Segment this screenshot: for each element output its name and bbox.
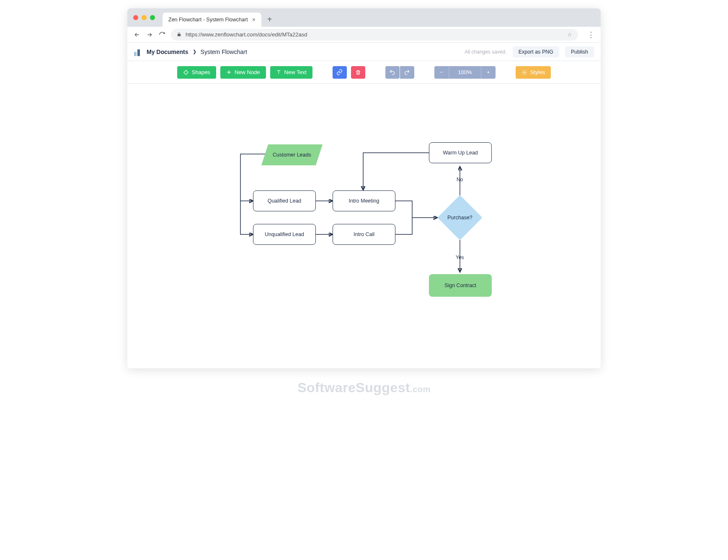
close-window-icon[interactable] [133,15,138,20]
node-sign-contract[interactable]: Sign Contract [429,274,492,297]
maximize-window-icon[interactable] [150,15,155,20]
new-text-button[interactable]: New Text [270,66,312,79]
browser-menu-icon[interactable]: ⋮ [587,30,595,39]
editor-toolbar: Shapes New Node New Text − 100% + [127,61,601,84]
flowchart-canvas[interactable]: Customer Leads Qualified Lead Unqualifie… [127,84,601,368]
zoom-control: − 100% + [434,66,496,79]
bookmark-icon[interactable]: ☆ [567,31,572,38]
minimize-window-icon[interactable] [142,15,147,20]
node-qualified-lead[interactable]: Qualified Lead [253,190,316,211]
undo-button[interactable] [385,66,400,79]
reload-icon[interactable] [158,31,166,38]
window-controls [133,15,155,20]
edge-label-yes: Yes [456,254,464,260]
url-input[interactable]: https://www.zenflowchart.com/docs/edit/M… [171,29,578,41]
node-unqualified-lead[interactable]: Unqualified Lead [253,224,316,245]
browser-tab[interactable]: Zen Flowchart - System Flowchart × [163,13,261,27]
forward-icon[interactable] [146,31,153,38]
breadcrumb-root[interactable]: My Documents [147,49,188,55]
publish-button[interactable]: Publish [565,46,594,57]
lock-icon [177,32,181,38]
node-warm-up-lead[interactable]: Warm Up Lead [429,142,492,163]
app-logo-icon[interactable] [134,48,142,56]
breadcrumb-current[interactable]: System Flowchart [201,49,247,55]
close-tab-icon[interactable]: × [252,16,256,23]
styles-button[interactable]: Styles [516,66,551,79]
watermark: SoftwareSuggest.com [297,380,431,396]
edge-label-no: No [457,177,463,182]
chrome-tab-strip: Zen Flowchart - System Flowchart × + [127,8,601,27]
save-status: All changes saved. [465,49,507,55]
browser-window: Zen Flowchart - System Flowchart × + htt… [127,8,601,368]
node-intro-call[interactable]: Intro Call [333,224,395,245]
back-icon[interactable] [133,31,141,38]
delete-button[interactable] [351,66,365,79]
chevron-right-icon: ❯ [193,49,196,54]
app-header: My Documents ❯ System Flowchart All chan… [127,43,601,61]
node-customer-leads[interactable]: Customer Leads [261,144,323,165]
shapes-button[interactable]: Shapes [177,66,216,79]
link-button[interactable] [333,66,347,79]
new-node-button[interactable]: New Node [220,66,266,79]
node-intro-meeting[interactable]: Intro Meeting [333,190,395,211]
zoom-out-button[interactable]: − [434,66,449,79]
svg-point-0 [524,72,525,73]
tab-title: Zen Flowchart - System Flowchart [168,17,248,23]
new-tab-icon[interactable]: + [267,15,272,24]
redo-button[interactable] [400,66,414,79]
browser-toolbar: https://www.zenflowchart.com/docs/edit/M… [127,27,601,43]
zoom-level[interactable]: 100% [449,66,481,79]
url-text: https://www.zenflowchart.com/docs/edit/M… [186,31,307,38]
export-button[interactable]: Export as PNG [513,46,559,57]
zoom-in-button[interactable]: + [481,66,496,79]
